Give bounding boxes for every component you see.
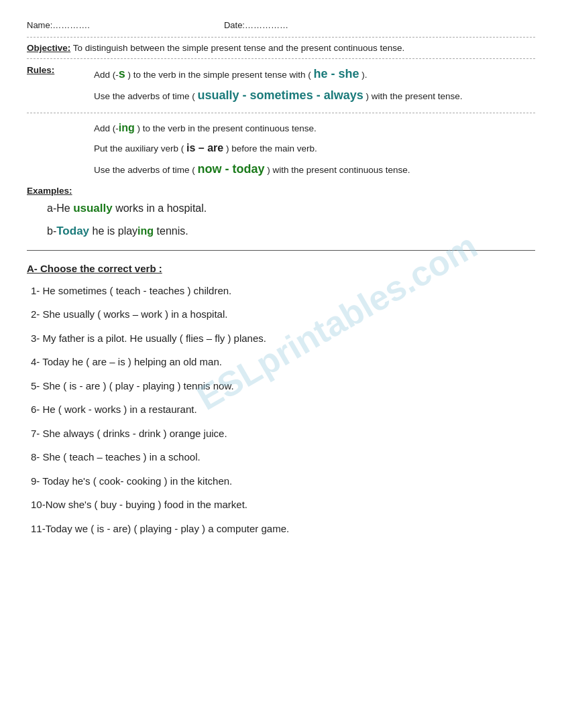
rules-content: Add (-s ) to the verb in the simple pres… xyxy=(94,64,535,107)
section-divider xyxy=(27,250,535,251)
exercise-item-9: 9- Today he's ( cook- cooking ) in the k… xyxy=(27,473,535,490)
example-a: a-He usually works in a hospital. xyxy=(47,198,535,219)
rules-s: s xyxy=(119,67,125,80)
exercise-item-3: 3- My father is a pilot. He usually ( fl… xyxy=(27,330,535,347)
exercise-item-4: 4- Today he ( are – is ) helping an old … xyxy=(27,353,535,371)
rules-heshe: he - she xyxy=(313,67,359,80)
objective-text: To distinguish between the simple presen… xyxy=(73,43,405,53)
exercise-title: A- Choose the correct verb : xyxy=(27,263,535,274)
exercise-section: A- Choose the correct verb : 1- He somet… xyxy=(27,263,535,538)
exercise-item-6: 6- He ( work - works ) in a restaurant. xyxy=(27,401,535,418)
exercise-item-10: 10-Now she's ( buy - buying ) food in th… xyxy=(27,496,535,513)
exercise-item-8: 8- She ( teach – teaches ) in a school. xyxy=(27,448,535,466)
rules-divider xyxy=(27,113,535,113)
exercise-item-5: 5- She ( is - are ) ( play - playing ) t… xyxy=(27,377,535,395)
sub-rule-2: Put the auxiliary verb ( is – are ) befo… xyxy=(94,139,535,157)
today-word: Today xyxy=(56,225,89,237)
rules-label: Rules: xyxy=(27,64,94,75)
objective-line: Objective: To distinguish between the si… xyxy=(27,43,535,53)
objective-label: Objective: xyxy=(27,43,70,53)
rules-block: Rules: Add (-s ) to the verb in the simp… xyxy=(27,64,535,107)
sub-rule-1: Add (-ing ) to the verb in the present c… xyxy=(94,119,535,137)
sub-rule-3: Use the adverbs of time ( now - today ) … xyxy=(94,159,535,180)
ing-highlight: ing xyxy=(119,122,135,133)
usually-word: usually xyxy=(73,202,113,215)
rules-adverbs: usually - sometimes - always xyxy=(198,88,363,102)
rules-line-2: Use the adverbs of time ( usually - some… xyxy=(94,86,535,105)
exercise-item-11: 11-Today we ( is - are) ( playing - play… xyxy=(27,520,535,538)
top-divider xyxy=(27,37,535,38)
rules-line-1: Add (-s ) to the verb in the simple pres… xyxy=(94,64,535,84)
examples-label: Examples: xyxy=(27,186,72,196)
now-today: now - today xyxy=(198,162,265,176)
sub-rules-block: Add (-ing ) to the verb in the present c… xyxy=(94,119,535,180)
ing-suffix: ing xyxy=(137,225,154,237)
header: Name:…………. Date:…………… xyxy=(27,20,535,30)
date-label: Date:…………… xyxy=(224,20,288,30)
obj-divider xyxy=(27,58,535,59)
exercise-item-1: 1- He sometimes ( teach - teaches ) chil… xyxy=(27,282,535,300)
example-b: b-Today he is playing tennis. xyxy=(47,221,535,242)
exercise-item-7: 7- She always ( drinks - drink ) orange … xyxy=(27,425,535,442)
name-label: Name:…………. xyxy=(27,20,90,30)
examples-block: Examples: a-He usually works in a hospit… xyxy=(27,185,535,242)
is-are: is – are xyxy=(186,142,223,154)
exercise-item-2: 2- She usually ( works – work ) in a hos… xyxy=(27,306,535,323)
